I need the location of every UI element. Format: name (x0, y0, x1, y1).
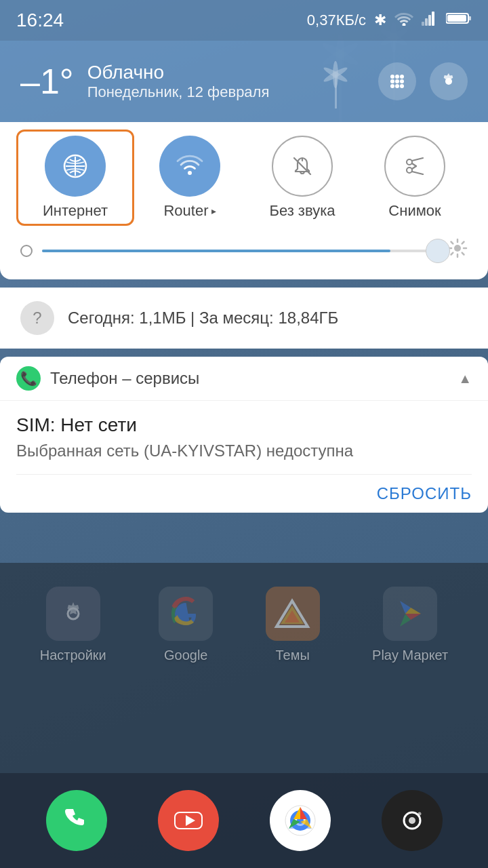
weather-condition: Облачно (87, 62, 270, 83)
screenshot-circle (384, 136, 445, 197)
brightness-fill (42, 250, 390, 252)
svg-line-44 (451, 253, 453, 255)
svg-line-33 (412, 172, 423, 174)
svg-rect-9 (425, 18, 428, 26)
header-icons (378, 62, 468, 100)
weather-date: Понедельник, 12 февраля (87, 83, 270, 101)
router-label-row: Router ▸ (163, 202, 216, 220)
status-time: 16:24 (16, 9, 64, 31)
desktop-icon-settings[interactable]: Настройки (40, 587, 106, 663)
weather-info: Облачно Понедельник, 12 февраля (87, 62, 270, 101)
desktop-icon-playmarket[interactable]: Play Маркет (372, 587, 448, 663)
weather-temp: –1° (20, 61, 74, 102)
svg-point-19 (390, 75, 394, 79)
weather-right (314, 54, 468, 108)
data-usage-icon: ? (20, 301, 54, 335)
internet-icon (60, 151, 90, 181)
wind-turbine-icon (314, 54, 358, 108)
dock-chrome[interactable] (270, 790, 331, 851)
desktop-icon-google[interactable]: Google (159, 587, 213, 663)
themes-app-icon (266, 587, 320, 641)
settings-app-label: Настройки (40, 648, 106, 663)
status-speed: 0,37КБ/с (307, 12, 366, 29)
wifi-toggle-icon (175, 151, 205, 181)
brightness-row (20, 233, 468, 273)
toggle-screenshot[interactable]: Снимок (362, 136, 468, 220)
svg-rect-14 (447, 15, 466, 22)
notif-expand-arrow-icon[interactable]: ▲ (458, 371, 472, 387)
battery-icon (446, 12, 472, 29)
svg-point-23 (395, 79, 399, 83)
google-icon-svg (167, 595, 205, 633)
notification-header: 📞 Телефон – сервисы ▲ (0, 357, 488, 401)
notif-title: SIM: Нет сети (16, 414, 472, 436)
desktop-icon-row: Настройки Google Темы (14, 587, 474, 663)
data-usage-text: Сегодня: 1,1МБ | За месяц: 18,84ГБ (68, 309, 338, 328)
svg-point-21 (400, 75, 404, 79)
internet-circle (45, 136, 106, 197)
silent-icon (289, 153, 316, 180)
dock-youtube[interactable] (158, 790, 219, 851)
toggle-router[interactable]: Router ▸ (137, 136, 243, 220)
dock-phone[interactable] (46, 790, 107, 851)
svg-point-28 (188, 171, 192, 175)
svg-point-27 (400, 84, 404, 88)
playmarket-icon-svg (392, 595, 429, 633)
status-bar: 16:24 0,37КБ/с ✱ (0, 0, 488, 41)
settings-app-icon (46, 587, 100, 641)
scissors-icon (401, 153, 428, 180)
dock (0, 773, 488, 868)
svg-point-25 (390, 84, 394, 88)
router-label: Router (163, 202, 208, 220)
svg-point-31 (407, 167, 412, 173)
notif-app-name: Телефон – сервисы (50, 369, 199, 388)
desktop-icon-themes[interactable]: Темы (266, 587, 320, 663)
data-usage-panel: ? Сегодня: 1,1МБ | За месяц: 18,84ГБ (0, 288, 488, 349)
playmarket-app-label: Play Маркет (372, 648, 448, 663)
quick-toggles-row: Интернет Router ▸ (20, 136, 468, 222)
phone-icon: 📞 (20, 370, 37, 387)
dock-camera[interactable] (382, 790, 443, 851)
screenshot-label: Снимок (388, 202, 441, 220)
svg-line-35 (412, 166, 416, 169)
google-app-label: Google (164, 648, 208, 663)
themes-icon-svg (274, 595, 311, 633)
weather-header: –1° Облачно Понедельник, 12 февраля (0, 41, 488, 122)
toggle-internet[interactable]: Интернет (16, 130, 134, 226)
brightness-thumb (426, 239, 450, 263)
svg-line-43 (462, 242, 464, 244)
svg-point-62 (418, 812, 421, 816)
notification-body: SIM: Нет сети Выбранная сеть (UA-KYIVSTA… (0, 401, 488, 474)
data-usage-separator: | (190, 309, 199, 327)
svg-rect-11 (432, 12, 434, 26)
data-usage-today: Сегодня: 1,1МБ (68, 309, 186, 327)
svg-line-32 (412, 158, 423, 161)
svg-line-42 (462, 253, 464, 255)
brightness-min-icon (20, 245, 33, 257)
svg-point-26 (395, 84, 399, 88)
desktop-icons: Настройки Google Темы (0, 566, 488, 697)
data-usage-month: За месяц: 18,84ГБ (199, 309, 338, 327)
settings-button[interactable] (430, 62, 468, 100)
svg-rect-13 (468, 16, 471, 20)
svg-point-22 (390, 79, 394, 83)
weather-left: –1° Облачно Понедельник, 12 февраля (20, 61, 269, 102)
signal-icon (422, 11, 438, 30)
router-circle (159, 136, 220, 197)
toggle-silent[interactable]: Без звука (249, 136, 355, 220)
notification-shade: –1° Облачно Понедельник, 12 февраля (0, 41, 488, 513)
google-app-icon (159, 587, 213, 641)
svg-line-41 (451, 242, 453, 244)
router-arrow-icon: ▸ (211, 205, 216, 216)
svg-point-36 (454, 245, 461, 252)
svg-point-30 (407, 159, 412, 165)
notif-text: Выбранная сеть (UA-KYIVSTAR) недоступна (16, 441, 472, 460)
silent-label: Без звука (269, 202, 335, 220)
brightness-slider[interactable] (42, 250, 438, 252)
internet-label: Интернет (43, 202, 108, 220)
svg-point-20 (395, 75, 399, 79)
apps-button[interactable] (378, 62, 416, 100)
svg-point-61 (409, 817, 415, 824)
reset-button[interactable]: СБРОСИТЬ (377, 484, 472, 503)
quick-settings-panel: Интернет Router ▸ (0, 122, 488, 279)
